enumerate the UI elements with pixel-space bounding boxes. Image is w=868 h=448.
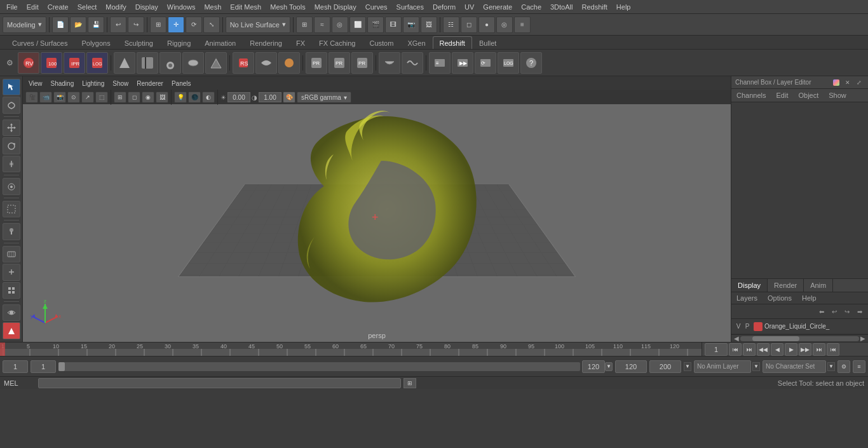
menu-edit[interactable]: Edit xyxy=(23,2,43,12)
extra1-btn[interactable]: ☷ xyxy=(443,17,459,33)
vp-menu-view[interactable]: View xyxy=(25,79,46,88)
vp-smooth-btn[interactable]: ◉ xyxy=(142,92,154,103)
vp-colorspace-dropdown[interactable]: sRGB gamma ▾ xyxy=(297,92,351,103)
menu-edit-mesh[interactable]: Edit Mesh xyxy=(226,2,265,12)
rp-close-btn[interactable]: ✕ xyxy=(843,78,853,88)
show-hide-btn[interactable] xyxy=(3,304,20,321)
menu-3dtoall[interactable]: 3DtoAll xyxy=(546,2,576,12)
vp-wire-btn[interactable]: ◻ xyxy=(128,92,140,103)
menu-display[interactable]: Display xyxy=(132,2,162,12)
shelf-tab-fx[interactable]: FX xyxy=(289,36,312,49)
soft-select-btn[interactable] xyxy=(3,178,20,194)
rs-icon-6[interactable] xyxy=(137,52,158,74)
layer-menu-layers[interactable]: Layers xyxy=(731,293,763,303)
vp-video-btn[interactable]: 📹 xyxy=(39,92,52,103)
layer-action-1[interactable]: ⬅ xyxy=(816,306,827,317)
pb-step-back[interactable]: ◀◀ xyxy=(757,343,770,356)
shelf-tab-custom[interactable]: Custom xyxy=(363,36,401,49)
paint-btn[interactable] xyxy=(3,223,20,240)
vp-menu-renderer[interactable]: Renderer xyxy=(133,79,166,88)
render4-btn[interactable]: 🖼 xyxy=(421,17,437,33)
anim-layer-chevron[interactable]: ▼ xyxy=(752,362,760,371)
vp-ao-btn[interactable]: ◐ xyxy=(202,92,215,103)
rs-icon-help[interactable]: ? xyxy=(520,52,542,74)
marquee-btn[interactable] xyxy=(3,201,20,217)
menu-uv[interactable]: UV xyxy=(461,2,478,12)
layer-tab-render[interactable]: Render xyxy=(768,279,804,292)
pb-step-fwd[interactable]: ▶▶ xyxy=(799,343,811,356)
rs-icon-8[interactable] xyxy=(182,52,204,74)
pb-next-key[interactable]: ⏭ xyxy=(813,343,825,356)
extra3-btn[interactable]: ● xyxy=(478,17,495,33)
rs-icon-mat2[interactable]: ▶▶ xyxy=(452,52,473,74)
vp-menu-shading[interactable]: Shading xyxy=(48,79,78,88)
snap-curve-btn[interactable]: ≈ xyxy=(314,17,330,33)
vp-target-btn[interactable]: ⊙ xyxy=(67,92,80,103)
rs-icon-mat4[interactable]: LOG xyxy=(498,52,519,74)
rs-icon-1[interactable]: RV xyxy=(18,52,39,74)
current-frame-display[interactable] xyxy=(705,343,728,356)
rs-icon-bowl[interactable] xyxy=(379,52,400,74)
snap-view-btn[interactable]: ⬜ xyxy=(349,17,366,33)
rs-icon-4[interactable]: LOG xyxy=(86,52,108,74)
script-input[interactable] xyxy=(38,378,401,388)
playback-range-thumb[interactable] xyxy=(58,362,65,371)
rs-icon-pr2[interactable]: PR xyxy=(329,52,350,74)
vp-tex-btn[interactable]: 🖼 xyxy=(156,92,168,103)
component-btn[interactable] xyxy=(3,282,20,299)
rotate-tool-btn[interactable] xyxy=(3,137,20,154)
layer-action-3[interactable]: ↪ xyxy=(841,306,853,317)
anim-range-chevron[interactable]: ▼ xyxy=(684,362,691,371)
vp-gain-input[interactable] xyxy=(259,92,281,102)
menu-mesh-tools[interactable]: Mesh Tools xyxy=(266,2,309,12)
playback-range-track[interactable] xyxy=(58,362,580,371)
open-scene-btn[interactable]: 📂 xyxy=(70,17,86,33)
pb-prev-key[interactable]: ⏭ xyxy=(743,343,756,356)
extra2-btn[interactable]: ◻ xyxy=(461,17,477,33)
workspace-dropdown[interactable]: Modeling ▾ xyxy=(3,17,46,33)
render-btn[interactable]: 🎬 xyxy=(367,17,384,33)
vp-menu-panels[interactable]: Panels xyxy=(168,79,194,88)
menu-generate[interactable]: Generate xyxy=(479,2,516,12)
vp-camera-btn[interactable]: 🎥 xyxy=(25,92,38,103)
rs-icon-11[interactable] xyxy=(255,52,277,74)
redo-btn[interactable]: ↪ xyxy=(128,17,144,33)
menu-deform[interactable]: Deform xyxy=(429,2,459,12)
rs-icon-mat3[interactable]: ⟳ xyxy=(475,52,496,74)
anim-layer-input[interactable] xyxy=(694,360,751,373)
bottom-settings-btn[interactable]: ⚙ xyxy=(837,360,850,373)
layer-action-4[interactable]: ➡ xyxy=(854,306,865,317)
snap-grid-btn[interactable]: ⊞ xyxy=(296,17,313,33)
snap-point-btn[interactable]: ◎ xyxy=(332,17,348,33)
shelf-tab-sculpting[interactable]: Sculpting xyxy=(118,36,160,49)
playback-range-btn[interactable]: ▼ xyxy=(605,362,613,371)
rs-icon-5[interactable] xyxy=(114,52,135,74)
vp-arrow-btn[interactable]: ↗ xyxy=(81,92,94,103)
select-tool-btn[interactable] xyxy=(3,79,20,95)
live-surface-dropdown[interactable]: No Live Surface ▾ xyxy=(226,17,290,33)
shelf-tab-rigging[interactable]: Rigging xyxy=(160,36,198,49)
layer-tab-anim[interactable]: Anim xyxy=(804,279,833,292)
vp-menu-show[interactable]: Show xyxy=(109,79,132,88)
layer-row-orange[interactable]: V P Orange_Liquid_Circle_ xyxy=(731,319,868,334)
menu-curves[interactable]: Curves xyxy=(362,2,391,12)
move-tool-btn[interactable] xyxy=(3,119,20,136)
new-scene-btn[interactable]: 📄 xyxy=(52,17,69,33)
menu-cache[interactable]: Cache xyxy=(517,2,545,12)
render3-btn[interactable]: 📷 xyxy=(403,17,419,33)
move-btn[interactable]: ✛ xyxy=(168,17,184,33)
pb-skip-end[interactable]: ⏮ xyxy=(827,343,839,356)
rs-icon-pr3[interactable]: PR xyxy=(351,52,373,74)
vp-grid-btn[interactable]: ⊞ xyxy=(114,92,126,103)
menu-mesh[interactable]: Mesh xyxy=(200,2,225,12)
channel-menu-channels[interactable]: Channels xyxy=(731,90,771,100)
layer-scroll-track[interactable] xyxy=(740,336,859,341)
layer-action-2[interactable]: ↩ xyxy=(829,306,840,317)
rs-icon-10[interactable]: RS xyxy=(233,52,254,74)
shelf-tab-curves-surfaces[interactable]: Curves / Surfaces xyxy=(5,36,74,49)
layer-menu-options[interactable]: Options xyxy=(763,293,797,303)
max-frame-input[interactable] xyxy=(649,360,681,373)
menu-windows[interactable]: Windows xyxy=(163,2,200,12)
bottom-extra-btn[interactable]: ≡ xyxy=(853,360,865,373)
timeline-track[interactable]: // This would be generated 1 5 10 15 20 … xyxy=(0,343,702,356)
